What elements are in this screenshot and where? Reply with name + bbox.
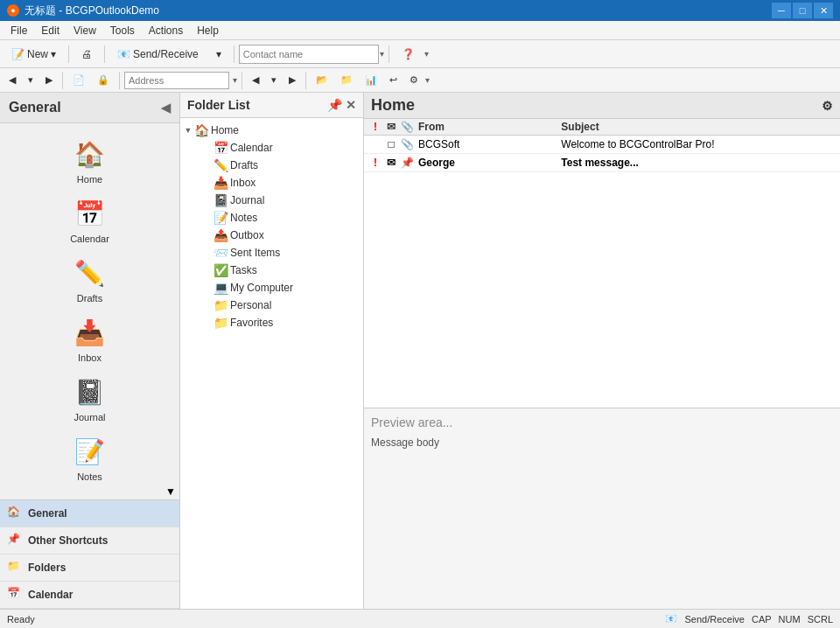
sidebar-group-other-shortcuts[interactable]: 📌 Other Shortcuts bbox=[0, 527, 179, 555]
expand-button[interactable]: ▼ bbox=[0, 484, 179, 499]
contact-search-input[interactable] bbox=[239, 45, 379, 64]
separator-4 bbox=[388, 45, 389, 63]
menu-view[interactable]: View bbox=[66, 23, 103, 38]
menu-file[interactable]: File bbox=[4, 23, 34, 38]
tree-item-sent[interactable]: 📨 Sent Items bbox=[180, 244, 363, 262]
tree-item-home[interactable]: ▼ 🏠 Home bbox=[180, 122, 363, 139]
help-button[interactable]: ❓ bbox=[394, 45, 423, 64]
options-button[interactable]: ⚙ bbox=[404, 72, 424, 88]
tree-toggle-home[interactable]: ▼ bbox=[182, 124, 194, 136]
print-button[interactable]: 🖨 bbox=[74, 45, 100, 64]
message-row-1[interactable]: ! ✉ 📌 George Test message... bbox=[364, 154, 840, 172]
tree-label-tasks: Tasks bbox=[230, 264, 257, 276]
nav-back2-button[interactable]: ◀ bbox=[247, 72, 264, 88]
msg1-from: George bbox=[415, 157, 557, 169]
tree-toggle-calendar bbox=[201, 142, 214, 154]
tree-icon-inbox: 📥 bbox=[214, 176, 228, 190]
maximize-button[interactable]: □ bbox=[793, 3, 812, 18]
undo-button[interactable]: ↩ bbox=[384, 72, 402, 88]
help-arrow[interactable]: ▾ bbox=[424, 49, 429, 59]
nav-forward2-button[interactable]: ▶ bbox=[284, 72, 301, 88]
col-header-from[interactable]: From bbox=[415, 121, 557, 133]
new-button[interactable]: 📝 New ▾ bbox=[4, 45, 64, 64]
nav-item-notes[interactable]: 📝 Notes bbox=[0, 428, 179, 484]
nav-item-inbox[interactable]: 📥 Inbox bbox=[0, 309, 179, 368]
menu-edit[interactable]: Edit bbox=[34, 23, 66, 38]
folder-open-button[interactable]: 📂 bbox=[311, 72, 333, 88]
status-scrl: SCRL bbox=[808, 614, 833, 625]
toolbar-2: ◀ ▾ ▶ 📄 🔒 ▾ ◀ ▾ ▶ 📂 📁 📊 ↩ ⚙ ▾ bbox=[0, 68, 840, 93]
tree-label-calendar: Calendar bbox=[230, 142, 273, 154]
inbox-icon: 📥 bbox=[72, 314, 108, 351]
tree-toggle-drafts bbox=[201, 159, 214, 171]
chart-button[interactable]: 📊 bbox=[360, 72, 382, 88]
settings-button[interactable]: ⚙ bbox=[822, 99, 833, 113]
inbox-label: Inbox bbox=[78, 352, 102, 363]
forward-button[interactable]: ▶ bbox=[40, 72, 58, 88]
tree-icon-personal: 📁 bbox=[214, 298, 228, 312]
tree-toggle-mycomputer bbox=[201, 282, 214, 294]
tree-toggle-notes bbox=[201, 212, 214, 224]
lock-button[interactable]: 🔒 bbox=[92, 72, 115, 88]
tree-item-notes[interactable]: 📝 Notes bbox=[180, 209, 363, 227]
send-receive-label: Send/Receive bbox=[133, 48, 199, 60]
sidebar-collapse-button[interactable]: ◀ bbox=[161, 101, 171, 115]
send-receive-button[interactable]: 📧 Send/Receive bbox=[109, 45, 206, 64]
tree-label-journal: Journal bbox=[230, 194, 264, 206]
sidebar-group-calendar[interactable]: 📅 Calendar bbox=[0, 582, 179, 609]
nav-item-drafts[interactable]: ✏️ Drafts bbox=[0, 249, 179, 309]
nav-item-journal[interactable]: 📓 Journal bbox=[0, 368, 179, 428]
back-arrow-button[interactable]: ▾ bbox=[23, 72, 38, 88]
menu-help[interactable]: Help bbox=[190, 23, 226, 38]
nav-item-calendar[interactable]: 📅 Calendar bbox=[0, 190, 179, 249]
tree-label-notes: Notes bbox=[230, 212, 257, 224]
home-label: Home bbox=[77, 174, 102, 185]
other-shortcuts-icon: 📌 bbox=[7, 533, 23, 548]
tree-item-calendar[interactable]: 📅 Calendar bbox=[180, 139, 363, 157]
doc-button[interactable]: 📄 bbox=[67, 72, 90, 88]
notes-icon: 📝 bbox=[72, 433, 108, 470]
folder2-button[interactable]: 📁 bbox=[335, 72, 358, 88]
tree-item-favorites[interactable]: 📁 Favorites bbox=[180, 314, 363, 331]
tree-item-tasks[interactable]: ✅ Tasks bbox=[180, 262, 363, 279]
tree-toggle-journal bbox=[201, 194, 214, 206]
status-send-receive[interactable]: Send/Receive bbox=[684, 614, 745, 625]
nav-back2-arrow-button[interactable]: ▾ bbox=[266, 72, 282, 88]
tree-icon-notes: 📝 bbox=[214, 211, 228, 225]
folders-label: Folders bbox=[28, 562, 66, 574]
folder-panel-title: Folder List bbox=[187, 98, 250, 112]
tree-label-mycomputer: My Computer bbox=[230, 282, 293, 294]
tree-label-drafts: Drafts bbox=[230, 159, 258, 171]
tree-icon-journal: 📓 bbox=[214, 193, 228, 207]
tree-toggle-favorites bbox=[201, 317, 214, 329]
tree-item-journal[interactable]: 📓 Journal bbox=[180, 192, 363, 209]
address-dropdown-arrow[interactable]: ▾ bbox=[233, 75, 237, 85]
address-input[interactable] bbox=[124, 72, 229, 89]
folder-close-button[interactable]: ✕ bbox=[346, 98, 356, 112]
back-button[interactable]: ◀ bbox=[4, 72, 21, 88]
title-bar: ● 无标题 - BCGPOutlookDemo ─ □ ✕ bbox=[0, 0, 840, 21]
msg0-read: □ bbox=[383, 138, 399, 150]
message-list-header: ! ✉ 📎 From Subject bbox=[364, 119, 840, 136]
menu-tools[interactable]: Tools bbox=[103, 23, 142, 38]
contact-dropdown-arrow[interactable]: ▾ bbox=[380, 49, 384, 59]
nav-item-home[interactable]: 🏠 Home bbox=[0, 130, 179, 190]
tree-item-personal[interactable]: 📁 Personal bbox=[180, 297, 363, 314]
message-row-0[interactable]: □ 📎 BCGSoft Welcome to BCGControlBar Pro… bbox=[364, 136, 840, 154]
tree-item-drafts[interactable]: ✏️ Drafts bbox=[180, 157, 363, 174]
separator-6 bbox=[119, 72, 120, 89]
home-title-text: Home bbox=[371, 96, 415, 115]
tree-item-outbox[interactable]: 📤 Outbox bbox=[180, 227, 363, 244]
sidebar-group-general[interactable]: 🏠 General bbox=[0, 500, 179, 527]
tree-item-mycomputer[interactable]: 💻 My Computer bbox=[180, 279, 363, 297]
minimize-button[interactable]: ─ bbox=[772, 3, 791, 18]
separator-7 bbox=[242, 72, 242, 89]
tree-item-inbox[interactable]: 📥 Inbox bbox=[180, 174, 363, 192]
col-header-subject[interactable]: Subject bbox=[557, 121, 836, 133]
sidebar-group-folders[interactable]: 📁 Folders bbox=[0, 555, 179, 582]
folder-pin-button[interactable]: 📌 bbox=[327, 98, 342, 112]
options-arrow[interactable]: ▾ bbox=[425, 75, 430, 85]
close-button[interactable]: ✕ bbox=[814, 3, 833, 18]
menu-actions[interactable]: Actions bbox=[142, 23, 190, 38]
send-receive-options-button[interactable]: ▾ bbox=[208, 45, 229, 64]
